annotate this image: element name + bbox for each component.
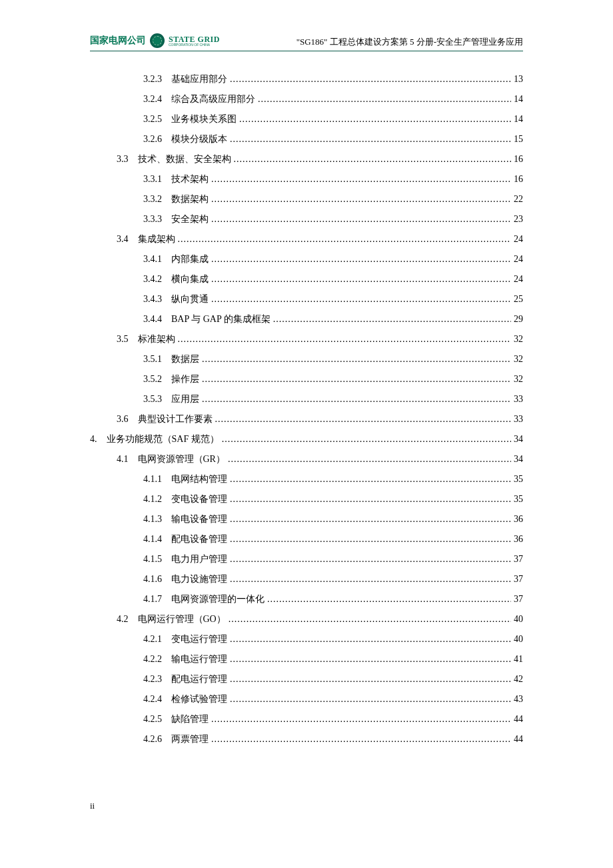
toc-title: 内部集成 (171, 253, 209, 265)
toc-title: 配电运行管理 (171, 673, 227, 685)
toc-leader-dots (230, 534, 511, 545)
toc-title: 输电运行管理 (171, 653, 227, 665)
toc-leader-dots (230, 654, 511, 665)
toc-page: 34 (514, 454, 523, 465)
toc-page: 35 (514, 474, 523, 485)
toc-entry: 3.5.1数据层32 (90, 353, 523, 373)
toc-page: 16 (514, 174, 523, 185)
toc-number: 3.4.3 (143, 294, 162, 305)
toc-entry: 3.4.1内部集成24 (90, 253, 523, 273)
company-en-sub: CORPORATION OF CHINA (169, 43, 220, 47)
toc-entry: 4.2.1变电运行管理40 (90, 633, 523, 653)
toc-leader-dots (211, 734, 511, 745)
toc-leader-dots (230, 494, 511, 505)
toc-leader-dots (222, 434, 511, 445)
toc-content: 3.2.3基础应用部分133.2.4综合及高级应用部分143.2.5业务模块关系… (90, 73, 523, 753)
toc-page: 14 (514, 114, 523, 125)
toc-page: 40 (514, 634, 523, 645)
toc-page: 16 (514, 154, 523, 165)
toc-leader-dots (239, 114, 511, 125)
toc-entry: 3.4.3纵向贯通25 (90, 293, 523, 313)
toc-number: 3.4.4 (143, 314, 162, 325)
toc-page: 32 (514, 374, 523, 385)
toc-leader-dots (230, 474, 511, 485)
toc-title: 电网结构管理 (171, 473, 227, 485)
toc-entry: 3.5.2操作层32 (90, 373, 523, 393)
toc-number: 3.4.2 (143, 274, 162, 285)
toc-entry: 3.2.4综合及高级应用部分14 (90, 93, 523, 113)
toc-entry: 3.2.5业务模块关系图14 (90, 113, 523, 133)
toc-leader-dots (211, 294, 511, 305)
toc-title: 操作层 (171, 373, 199, 385)
toc-number: 3.4.1 (143, 254, 162, 265)
company-logo-icon (150, 33, 165, 48)
toc-title: 变电设备管理 (171, 493, 227, 505)
toc-page: 36 (514, 534, 523, 545)
toc-entry: 4.1.5电力用户管理37 (90, 553, 523, 573)
company-en-main: STATE GRID (169, 35, 220, 43)
toc-number: 3.2.6 (143, 134, 162, 145)
toc-leader-dots (211, 194, 511, 205)
company-name-en: STATE GRID CORPORATION OF CHINA (169, 35, 220, 47)
toc-entry: 4.2.4检修试验管理43 (90, 693, 523, 713)
toc-title: BAP 与 GAP 的集成框架 (171, 313, 271, 325)
toc-entry: 3.3.1技术架构16 (90, 173, 523, 193)
toc-number: 4.2.6 (143, 734, 162, 745)
toc-entry: 4.1.4配电设备管理36 (90, 533, 523, 553)
toc-title: 综合及高级应用部分 (171, 93, 255, 105)
toc-leader-dots (211, 254, 511, 265)
toc-leader-dots (273, 314, 511, 325)
toc-leader-dots (211, 714, 511, 725)
toc-leader-dots (230, 574, 511, 585)
toc-leader-dots (230, 134, 511, 145)
toc-title: 检修试验管理 (171, 693, 227, 705)
toc-entry: 4.1.1电网结构管理35 (90, 473, 523, 493)
toc-number: 4.2.5 (143, 714, 162, 725)
toc-entry: 4.1电网资源管理（GR）34 (90, 453, 523, 473)
toc-leader-dots (230, 634, 511, 645)
toc-title: 配电设备管理 (171, 533, 227, 545)
toc-entry: 4.2电网运行管理（GO）40 (90, 613, 523, 633)
toc-number: 3.5.3 (143, 394, 162, 405)
page-number: ii (90, 801, 95, 811)
toc-number: 4.1.3 (143, 514, 162, 525)
toc-leader-dots (202, 354, 511, 365)
toc-title: 两票管理 (171, 733, 209, 745)
toc-entry: 4.2.6两票管理44 (90, 733, 523, 753)
toc-leader-dots (215, 414, 512, 425)
toc-number: 4.2 (117, 614, 129, 625)
toc-number: 3.3 (117, 154, 129, 165)
toc-page: 35 (514, 494, 523, 505)
toc-number: 3.5 (117, 334, 129, 345)
toc-title: 典型设计工作要素 (138, 413, 213, 425)
toc-page: 43 (514, 694, 523, 705)
toc-entry: 4.1.7电网资源管理的一体化37 (90, 593, 523, 613)
toc-leader-dots (202, 394, 511, 405)
toc-entry: 3.3技术、数据、安全架构16 (90, 153, 523, 173)
toc-leader-dots (230, 514, 511, 525)
toc-number: 3.5.2 (143, 374, 162, 385)
toc-number: 4.1.5 (143, 554, 162, 565)
toc-page: 22 (514, 194, 523, 205)
toc-leader-dots (211, 214, 511, 225)
toc-title: 模块分级版本 (171, 133, 227, 145)
toc-number: 3.3.3 (143, 214, 162, 225)
toc-title: 电力用户管理 (171, 553, 227, 565)
toc-title: 技术、数据、安全架构 (138, 153, 231, 165)
toc-leader-dots (229, 614, 511, 625)
toc-page: 34 (514, 434, 523, 445)
toc-leader-dots (178, 334, 512, 345)
toc-number: 3.5.1 (143, 354, 162, 365)
toc-page: 44 (514, 714, 523, 725)
page-header: 国家电网公司 STATE GRID CORPORATION OF CHINA "… (90, 33, 523, 51)
toc-number: 4.1.7 (143, 594, 162, 605)
toc-title: 电网运行管理（GO） (138, 613, 226, 625)
toc-entry: 4.2.5缺陷管理44 (90, 713, 523, 733)
toc-entry: 3.3.2数据架构22 (90, 193, 523, 213)
toc-page: 23 (514, 214, 523, 225)
toc-title: 电网资源管理（GR） (138, 453, 225, 465)
toc-title: 缺陷管理 (171, 713, 209, 725)
toc-page: 24 (514, 274, 523, 285)
logo-section: 国家电网公司 STATE GRID CORPORATION OF CHINA (90, 33, 220, 48)
toc-title: 技术架构 (171, 173, 209, 185)
